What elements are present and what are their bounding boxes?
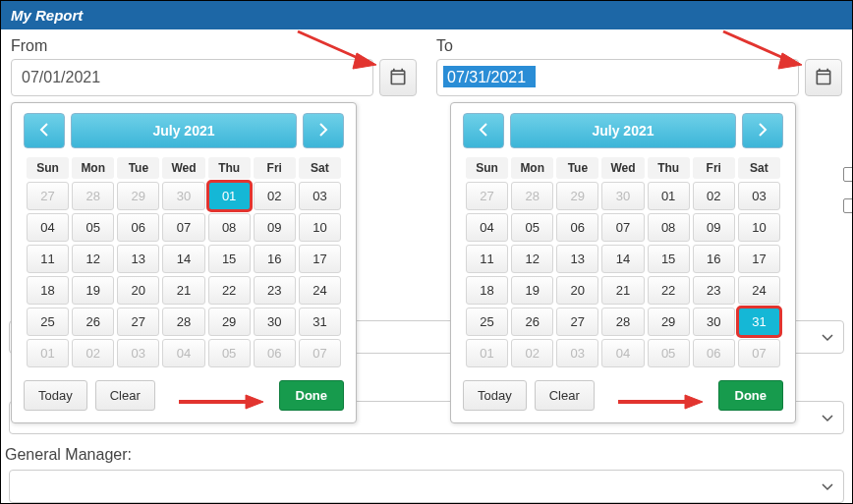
done-button[interactable]: Done	[279, 380, 345, 411]
calendar-day[interactable]: 20	[117, 276, 159, 305]
calendar-day[interactable]: 20	[556, 276, 598, 305]
calendar-day[interactable]: 18	[27, 276, 69, 305]
calendar-day[interactable]: 15	[208, 245, 251, 273]
calendar-day[interactable]: 06	[254, 339, 296, 367]
calendar-day[interactable]: 14	[162, 245, 204, 273]
prev-month-button[interactable]	[24, 113, 65, 148]
calendar-day[interactable]: 14	[601, 245, 644, 273]
calendar-day[interactable]: 19	[511, 276, 553, 305]
calendar-day[interactable]: 06	[693, 339, 735, 367]
calendar-day[interactable]: 30	[693, 308, 735, 336]
calendar-day[interactable]: 11	[466, 245, 508, 273]
calendar-day[interactable]: 05	[72, 213, 114, 242]
calendar-day[interactable]: 25	[27, 308, 69, 336]
option-checkbox-2[interactable]	[843, 198, 853, 213]
calendar-day[interactable]: 27	[117, 308, 159, 336]
calendar-day[interactable]: 01	[27, 339, 69, 367]
clear-button[interactable]: Clear	[535, 380, 595, 411]
calendar-day[interactable]: 11	[27, 245, 69, 273]
calendar-day[interactable]: 26	[511, 308, 553, 336]
calendar-day[interactable]: 09	[254, 213, 296, 242]
calendar-day[interactable]: 23	[254, 276, 296, 305]
calendar-day[interactable]: 17	[299, 245, 341, 273]
calendar-day[interactable]: 29	[648, 308, 690, 336]
calendar-day[interactable]: 23	[693, 276, 735, 305]
calendar-day[interactable]: 01	[208, 182, 251, 210]
today-button[interactable]: Today	[463, 380, 527, 411]
option-checkbox-1[interactable]	[843, 167, 853, 182]
calendar-day[interactable]: 07	[299, 339, 341, 367]
calendar-day[interactable]: 08	[208, 213, 251, 242]
calendar-day[interactable]: 02	[693, 182, 735, 210]
month-year-button[interactable]: July 2021	[71, 113, 297, 148]
calendar-day[interactable]: 03	[299, 182, 341, 210]
calendar-day[interactable]: 27	[466, 182, 508, 210]
calendar-day[interactable]: 03	[117, 339, 159, 367]
calendar-day[interactable]: 12	[72, 245, 114, 273]
calendar-day[interactable]: 03	[556, 339, 598, 367]
calendar-day[interactable]: 13	[556, 245, 598, 273]
calendar-day[interactable]: 28	[601, 308, 644, 336]
calendar-day[interactable]: 02	[72, 339, 114, 367]
prev-month-button[interactable]	[463, 113, 504, 148]
calendar-day[interactable]: 24	[738, 276, 780, 305]
calendar-day[interactable]: 04	[601, 339, 644, 367]
calendar-day[interactable]: 07	[162, 213, 204, 242]
done-button[interactable]: Done	[718, 380, 784, 411]
to-date-input[interactable]	[436, 59, 799, 96]
calendar-day[interactable]: 08	[648, 213, 690, 242]
calendar-day[interactable]: 16	[254, 245, 296, 273]
calendar-day[interactable]: 31	[738, 308, 780, 336]
next-month-button[interactable]	[303, 113, 344, 148]
calendar-day[interactable]: 07	[601, 213, 644, 242]
calendar-day[interactable]: 01	[466, 339, 508, 367]
calendar-day[interactable]: 26	[72, 308, 114, 336]
calendar-day[interactable]: 27	[27, 182, 69, 210]
calendar-day[interactable]: 29	[208, 308, 251, 336]
calendar-day[interactable]: 04	[466, 213, 508, 242]
to-calendar-button[interactable]	[805, 59, 842, 96]
calendar-day[interactable]: 05	[511, 213, 553, 242]
calendar-day[interactable]: 09	[693, 213, 735, 242]
calendar-day[interactable]: 15	[648, 245, 690, 273]
calendar-day[interactable]: 29	[556, 182, 598, 210]
calendar-day[interactable]: 06	[556, 213, 598, 242]
calendar-day[interactable]: 28	[72, 182, 114, 210]
calendar-day[interactable]: 31	[299, 308, 341, 336]
calendar-day[interactable]: 12	[511, 245, 553, 273]
general-manager-dropdown[interactable]	[9, 470, 844, 503]
calendar-day[interactable]: 30	[254, 308, 296, 336]
calendar-day[interactable]: 05	[648, 339, 690, 367]
calendar-day[interactable]: 18	[466, 276, 508, 305]
calendar-day[interactable]: 17	[738, 245, 780, 273]
from-date-input[interactable]	[11, 59, 373, 96]
calendar-day[interactable]: 01	[648, 182, 690, 210]
calendar-day[interactable]: 02	[254, 182, 296, 210]
calendar-day[interactable]: 04	[162, 339, 204, 367]
calendar-day[interactable]: 24	[299, 276, 341, 305]
calendar-day[interactable]: 27	[556, 308, 598, 336]
calendar-day[interactable]: 22	[648, 276, 690, 305]
calendar-day[interactable]: 30	[162, 182, 204, 210]
calendar-day[interactable]: 02	[511, 339, 553, 367]
calendar-day[interactable]: 21	[162, 276, 204, 305]
calendar-day[interactable]: 28	[511, 182, 553, 210]
next-month-button[interactable]	[742, 113, 783, 148]
calendar-day[interactable]: 05	[208, 339, 251, 367]
calendar-day[interactable]: 19	[72, 276, 114, 305]
calendar-day[interactable]: 10	[299, 213, 341, 242]
calendar-day[interactable]: 13	[117, 245, 159, 273]
calendar-day[interactable]: 30	[601, 182, 644, 210]
calendar-day[interactable]: 21	[601, 276, 644, 305]
today-button[interactable]: Today	[24, 380, 87, 411]
calendar-day[interactable]: 03	[738, 182, 780, 210]
calendar-day[interactable]: 25	[466, 308, 508, 336]
from-calendar-button[interactable]	[379, 59, 417, 96]
calendar-day[interactable]: 06	[117, 213, 159, 242]
month-year-button[interactable]: July 2021	[510, 113, 736, 148]
calendar-day[interactable]: 07	[738, 339, 780, 367]
calendar-day[interactable]: 28	[162, 308, 204, 336]
calendar-day[interactable]: 16	[693, 245, 735, 273]
clear-button[interactable]: Clear	[95, 380, 155, 411]
calendar-day[interactable]: 10	[738, 213, 780, 242]
